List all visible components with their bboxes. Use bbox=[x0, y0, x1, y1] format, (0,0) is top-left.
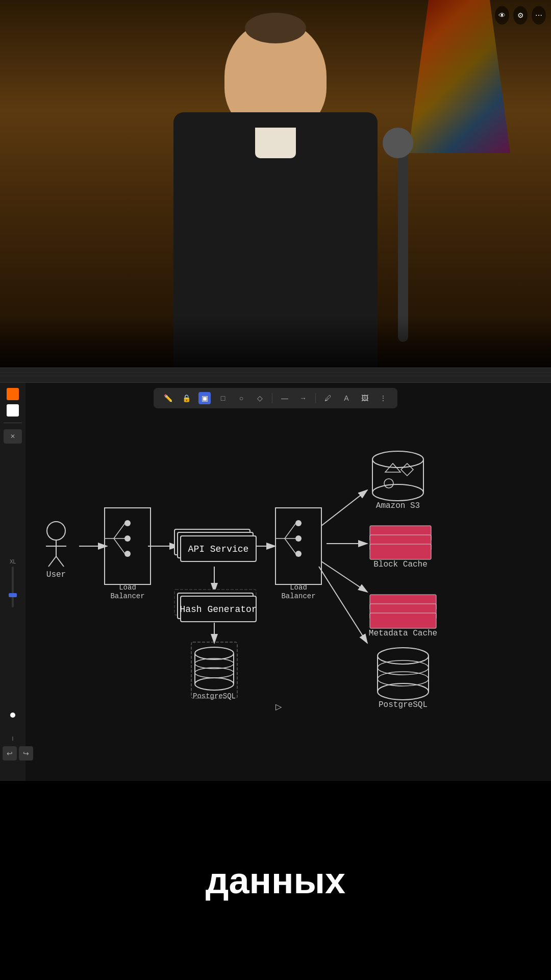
user-node: User bbox=[46, 522, 66, 579]
left-sidebar: ✕ XL I I ↩ ↪ bbox=[0, 383, 26, 781]
svg-rect-27 bbox=[276, 508, 321, 584]
toolbar-sep-1 bbox=[272, 393, 272, 403]
redo-button[interactable]: ↪ bbox=[19, 746, 33, 761]
tool-more[interactable]: ⋮ bbox=[377, 392, 389, 404]
svg-line-13 bbox=[114, 538, 125, 554]
tool-line[interactable]: — bbox=[279, 392, 291, 404]
svg-point-29 bbox=[295, 535, 302, 542]
drawing-toolbar[interactable]: ✏️ 🔒 ▣ □ ○ ◇ — → 🖊 A 🖼 ⋮ bbox=[154, 388, 397, 408]
svg-line-4 bbox=[48, 556, 56, 567]
load-balancer-right-node: Load Balancer bbox=[276, 508, 321, 600]
amazon-s3-node: Amazon S3 bbox=[372, 451, 423, 510]
api-service-label: API Service bbox=[188, 544, 249, 554]
svg-line-5 bbox=[56, 556, 64, 567]
architecture-diagram: User Load Balancer bbox=[26, 408, 551, 781]
tool-select[interactable]: ▣ bbox=[198, 392, 211, 404]
svg-point-35 bbox=[372, 451, 423, 468]
svg-point-30 bbox=[295, 551, 302, 557]
svg-point-8 bbox=[124, 535, 131, 542]
svg-point-48 bbox=[378, 648, 429, 664]
undo-button[interactable]: ↩ bbox=[3, 746, 17, 761]
svg-rect-6 bbox=[105, 508, 151, 584]
hash-generator-label: Hash Generator bbox=[180, 604, 257, 615]
metadata-cache-label: Metadata Cache bbox=[369, 629, 437, 638]
hash-generator-node: Hash Generator bbox=[174, 590, 257, 622]
tool-diamond[interactable]: ◇ bbox=[254, 392, 266, 404]
postgresql-right-label: PostgreSQL bbox=[379, 700, 428, 709]
svg-line-11 bbox=[114, 523, 125, 538]
tool-lock[interactable]: 🔒 bbox=[180, 392, 192, 404]
tool-rect[interactable]: □ bbox=[217, 392, 229, 404]
color-swatch-orange[interactable] bbox=[7, 388, 19, 400]
sidebar-dot bbox=[10, 713, 15, 718]
arrow-lb2-to-pgr bbox=[319, 567, 367, 643]
video-controls[interactable]: 👁 ⚙ ⋯ bbox=[490, 0, 551, 31]
block-cache-label: Block Cache bbox=[373, 560, 428, 569]
cursor-indicator: ▷ bbox=[276, 702, 282, 711]
tool-pen[interactable]: 🖊 bbox=[322, 392, 334, 404]
color-swatch-white[interactable] bbox=[7, 404, 19, 416]
subtitle-section: данных bbox=[0, 781, 551, 980]
tool-arrow[interactable]: → bbox=[297, 392, 309, 404]
sidebar-text-label-i: I bbox=[12, 736, 14, 742]
svg-point-26 bbox=[195, 668, 234, 678]
diagram-section: ✏️ 🔒 ▣ □ ○ ◇ — → 🖊 A 🖼 ⋮ ✕ XL I I bbox=[0, 383, 551, 781]
diagram-canvas: User Load Balancer bbox=[26, 408, 551, 781]
svg-point-28 bbox=[295, 520, 302, 526]
section-divider bbox=[0, 368, 551, 383]
lb-left-label: Load bbox=[119, 583, 136, 592]
svg-point-24 bbox=[195, 678, 234, 690]
svg-line-32 bbox=[285, 523, 296, 538]
sidebar-slider[interactable]: XL bbox=[4, 558, 22, 609]
toolbar-sep-2 bbox=[315, 393, 316, 403]
block-cache-node: Block Cache bbox=[370, 526, 431, 569]
settings-icon[interactable]: ⚙ bbox=[513, 6, 528, 24]
video-section: 👁 ⚙ ⋯ bbox=[0, 0, 551, 368]
slider-thumb[interactable] bbox=[9, 593, 17, 597]
postgresql-bottom-node: PostgreSQL bbox=[191, 642, 237, 700]
svg-point-21 bbox=[195, 647, 234, 659]
sidebar-close-btn[interactable]: ✕ bbox=[4, 429, 22, 444]
tool-text[interactable]: A bbox=[340, 392, 353, 404]
eye-icon[interactable]: 👁 bbox=[495, 6, 509, 24]
svg-point-38 bbox=[372, 484, 423, 501]
slider-track[interactable] bbox=[12, 567, 14, 607]
tool-pencil[interactable]: ✏️ bbox=[162, 392, 174, 404]
postgresql-right-node: PostgreSQL bbox=[378, 648, 429, 709]
arrow-lb2-to-s3 bbox=[321, 490, 367, 526]
size-label-xl: XL bbox=[10, 559, 16, 565]
lb-left-label2: Balancer bbox=[110, 592, 144, 600]
svg-point-9 bbox=[124, 551, 131, 557]
metadata-cache-node: Metadata Cache bbox=[369, 595, 437, 638]
load-balancer-left-node: Load Balancer bbox=[105, 508, 151, 600]
svg-rect-44 bbox=[370, 544, 431, 559]
svg-point-7 bbox=[124, 520, 131, 526]
svg-line-34 bbox=[285, 538, 296, 554]
undo-redo-controls[interactable]: ↩ ↪ bbox=[3, 746, 33, 761]
api-service-node: API Service bbox=[174, 529, 256, 561]
subtitle-text: данных bbox=[206, 860, 345, 901]
amazon-s3-label: Amazon S3 bbox=[376, 501, 420, 510]
svg-point-52 bbox=[378, 660, 429, 675]
arrow-lb2-to-mc bbox=[321, 561, 367, 592]
sidebar-divider bbox=[4, 423, 22, 423]
postgresql-bottom-label: PostgreSQL bbox=[193, 692, 236, 700]
lb-right-label2: Balancer bbox=[281, 592, 315, 600]
svg-point-1 bbox=[47, 522, 65, 540]
user-label: User bbox=[46, 570, 66, 579]
svg-rect-47 bbox=[370, 613, 436, 628]
svg-marker-40 bbox=[401, 463, 413, 476]
more-icon[interactable]: ⋯ bbox=[532, 6, 546, 24]
svg-point-41 bbox=[384, 479, 393, 488]
tool-image[interactable]: 🖼 bbox=[359, 392, 371, 404]
lb-right-label: Load bbox=[290, 583, 307, 592]
tool-circle[interactable]: ○ bbox=[235, 392, 247, 404]
